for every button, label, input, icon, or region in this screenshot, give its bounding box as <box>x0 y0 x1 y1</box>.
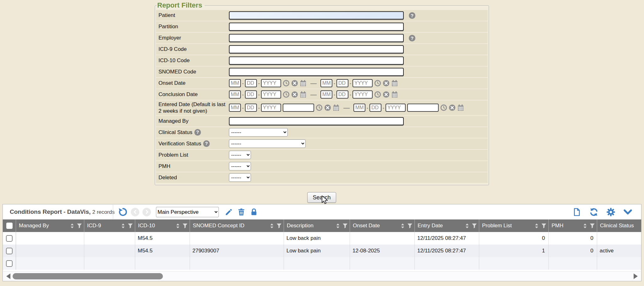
year-input[interactable] <box>386 104 406 112</box>
column-header-problem-list[interactable]: Problem List <box>479 219 549 232</box>
year-input[interactable] <box>261 79 281 87</box>
clock-icon[interactable] <box>374 80 381 87</box>
edit-icon[interactable] <box>224 207 233 217</box>
select-all-checkbox[interactable] <box>6 223 13 229</box>
column-header-clinical-status[interactable]: Clinical Status <box>597 219 641 232</box>
calendar-icon[interactable] <box>300 91 307 98</box>
scroll-right-icon[interactable] <box>634 273 638 279</box>
time-input[interactable] <box>283 104 314 112</box>
next-icon[interactable] <box>142 208 151 216</box>
month-input[interactable] <box>229 104 241 112</box>
column-header-managed-by[interactable]: Managed By <box>16 219 84 232</box>
row-checkbox[interactable] <box>6 260 13 267</box>
clear-icon[interactable] <box>324 104 331 111</box>
column-header-pmh[interactable]: PMH <box>549 219 597 232</box>
row-checkbox[interactable] <box>6 235 13 242</box>
column-header-description[interactable]: Description <box>284 219 350 232</box>
delete-icon[interactable] <box>236 207 246 217</box>
month-input[interactable] <box>229 79 241 87</box>
patient-input[interactable] <box>229 11 404 19</box>
year-input[interactable] <box>353 90 373 99</box>
column-header-onset-date[interactable]: Onset Date <box>350 219 415 232</box>
day-input[interactable] <box>369 104 381 112</box>
clear-icon[interactable] <box>383 80 390 87</box>
calendar-icon[interactable] <box>333 104 340 111</box>
day-input[interactable] <box>245 104 257 112</box>
clock-icon[interactable] <box>316 104 323 111</box>
filter-icon[interactable] <box>590 223 595 229</box>
help-icon[interactable]: ? <box>409 12 415 19</box>
sort-icon[interactable] <box>120 223 126 229</box>
horizontal-scrollbar[interactable] <box>3 271 641 281</box>
filter-icon[interactable] <box>407 223 413 229</box>
column-header-entry-date[interactable]: Entry Date <box>415 219 479 232</box>
day-input[interactable] <box>245 79 257 87</box>
column-header-icd-10[interactable]: ICD-10 <box>135 219 190 232</box>
snomed-code-input[interactable] <box>229 68 404 76</box>
filter-icon[interactable] <box>77 223 82 229</box>
month-input[interactable] <box>229 90 241 99</box>
year-input[interactable] <box>261 104 281 112</box>
month-input[interactable] <box>353 104 365 112</box>
filter-icon[interactable] <box>276 223 282 229</box>
clock-icon[interactable] <box>283 91 290 98</box>
scroll-left-icon[interactable] <box>6 273 10 279</box>
problem-list-select[interactable]: ------ <box>229 151 251 159</box>
search-button[interactable]: Search <box>307 192 336 203</box>
clear-icon[interactable] <box>291 80 298 87</box>
partition-input[interactable] <box>229 23 404 31</box>
filter-icon[interactable] <box>541 223 547 229</box>
calendar-icon[interactable] <box>457 104 464 111</box>
deleted-select[interactable]: ------ <box>229 173 251 182</box>
clock-icon[interactable] <box>283 80 290 87</box>
icd9-code-input[interactable] <box>229 45 404 53</box>
calendar-icon[interactable] <box>391 80 398 87</box>
lock-icon[interactable] <box>249 207 258 217</box>
filter-icon[interactable] <box>182 223 188 229</box>
sort-icon[interactable] <box>582 223 588 229</box>
prev-icon[interactable] <box>131 208 139 216</box>
refresh-icon[interactable] <box>589 207 598 217</box>
sort-icon[interactable] <box>269 223 275 229</box>
icd10-code-input[interactable] <box>229 57 404 65</box>
scrollbar-thumb[interactable] <box>13 273 163 279</box>
employer-input[interactable] <box>229 34 404 42</box>
column-header-snomed-concept-id[interactable]: SNOMED Concept ID <box>190 219 284 232</box>
filter-icon[interactable] <box>342 223 348 229</box>
filter-icon[interactable] <box>128 223 133 229</box>
clinical-status-select[interactable]: ------ <box>229 128 288 137</box>
undo-icon[interactable] <box>118 207 128 217</box>
column-header-icd-9[interactable]: ICD-9 <box>84 219 135 232</box>
time-input[interactable] <box>407 104 439 112</box>
clock-icon[interactable] <box>440 104 447 111</box>
chevron-down-icon[interactable] <box>623 207 632 217</box>
verification-status-select[interactable]: ------ <box>229 139 306 148</box>
sort-icon[interactable] <box>534 223 539 229</box>
pmh-select[interactable]: ------ <box>229 162 251 170</box>
row-checkbox[interactable] <box>6 248 13 254</box>
managed-by-input[interactable] <box>229 117 404 125</box>
year-input[interactable] <box>261 90 281 99</box>
new-file-icon[interactable] <box>572 207 581 217</box>
sort-icon[interactable] <box>400 223 405 229</box>
help-icon[interactable]: ? <box>409 35 415 41</box>
day-input[interactable] <box>336 90 348 99</box>
clear-icon[interactable] <box>449 104 456 111</box>
clear-icon[interactable] <box>383 91 390 98</box>
sort-icon[interactable] <box>335 223 341 229</box>
month-input[interactable] <box>320 79 332 87</box>
select-all-header-cell[interactable] <box>3 219 16 232</box>
sort-icon[interactable] <box>69 223 75 229</box>
clear-icon[interactable] <box>291 91 298 98</box>
year-input[interactable] <box>353 79 373 87</box>
perspective-select[interactable]: Main Perspective <box>156 207 219 217</box>
filter-icon[interactable] <box>472 223 477 229</box>
day-input[interactable] <box>336 79 348 87</box>
gear-icon[interactable] <box>606 207 615 217</box>
help-icon[interactable]: ? <box>194 129 201 136</box>
sort-icon[interactable] <box>175 223 180 229</box>
month-input[interactable] <box>320 90 332 99</box>
clock-icon[interactable] <box>374 91 381 98</box>
calendar-icon[interactable] <box>300 80 307 87</box>
day-input[interactable] <box>245 90 257 99</box>
